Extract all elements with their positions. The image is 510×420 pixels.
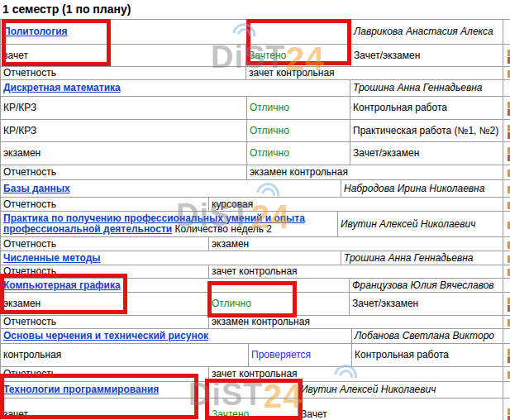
subject-block: Практика по получению профессиональных у… — [0, 211, 510, 251]
assessment-type: экзамен — [1, 293, 209, 316]
assessment-type: зачет — [1, 45, 246, 67]
report-value: зачет контрольная — [246, 67, 503, 80]
grade-value: Отлично — [209, 293, 350, 316]
work-type: Практическая работа (№1, №2) — [350, 120, 503, 142]
grade-value: Отлично — [247, 142, 350, 165]
report-label: Отчетность — [1, 367, 209, 382]
gradebook-semester-page: 1 семестр (1 по плану) Политология Лаври… — [0, 0, 510, 420]
grade-row: экзамен Отлично Зачет/экзамен — [1, 293, 510, 316]
subject-link[interactable]: Политология — [3, 26, 68, 37]
grade-row: КР/КРЗ Отлично Практическая работа (№1, … — [1, 120, 510, 142]
edge-clipped-cell — [503, 20, 510, 45]
report-label: Отчетность — [1, 67, 246, 80]
subject-link[interactable]: Технологии программирования — [3, 384, 159, 395]
teacher-name: Лаврикова Анастасия Алекса — [351, 20, 503, 45]
assessment-type: зачет — [1, 399, 209, 420]
subject-block: Основы черчения и технический рисунок Ло… — [0, 328, 510, 382]
report-label: Отчетность — [1, 265, 209, 279]
work-type: Зачет/экзамен — [350, 142, 503, 165]
subject-link[interactable]: Компьютерная графика — [3, 279, 121, 291]
work-type: Зачет — [298, 399, 503, 420]
subject-link[interactable]: Численные методы — [3, 252, 101, 264]
grade-row: контрольная Проверяется Контрольная рабо… — [1, 344, 510, 367]
subject-row: Численные методы Трошина Анна Геннадьевн… — [1, 251, 510, 265]
subject-row: Дискретная математика Трошина Анна Генна… — [1, 80, 510, 97]
work-type: Зачет/экзамен — [351, 45, 503, 67]
grade-value: Отлично — [247, 97, 350, 120]
report-value: зачет контрольная — [209, 367, 503, 382]
teacher-name: Лобанова Светлана Викторо — [352, 329, 503, 344]
subject-block: Компьютерная графика Французова Юлия Вяч… — [0, 278, 510, 329]
edge-clipped-cell — [503, 80, 510, 97]
edge-clipped-cell — [503, 120, 510, 142]
subject-row: Базы данных Набродова Ирина Николаевна — [1, 180, 510, 198]
teacher-name: Ивутин Алексей Николаевич — [338, 212, 503, 237]
report-row: Отчетность зачет контрольная — [1, 265, 510, 279]
report-row: Отчетность экзамен контрольная — [1, 165, 510, 180]
subject-block: Дискретная математика Трошина Анна Генна… — [0, 79, 510, 180]
teacher-name: Ивутин Алексей Николаевич — [298, 382, 503, 399]
assessment-type: экзамен — [1, 142, 247, 165]
edge-clipped-cell — [503, 212, 510, 237]
subject-block: Базы данных Набродова Ирина Николаевна О… — [0, 179, 510, 212]
report-row: Отчетность экзамен контрольная — [1, 316, 510, 329]
subject-link[interactable]: Основы черчения и технический рисунок — [3, 330, 208, 341]
edge-clipped-cell — [503, 329, 510, 344]
subject-row: Политология Лаврикова Анастасия Алекса — [1, 20, 510, 45]
subject-block: Политология Лаврикова Анастасия Алекса з… — [0, 19, 510, 80]
grade-row: зачет Зачтено Зачет/экзамен — [1, 45, 510, 67]
edge-clipped-cell — [503, 180, 510, 198]
edge-clipped-cell — [503, 344, 510, 367]
grade-row: КР/КРЗ Отлично Контрольная работа — [1, 97, 510, 120]
work-type: Контрольная работа — [352, 344, 503, 367]
edge-clipped-cell — [503, 279, 510, 293]
edge-clipped-cell — [503, 198, 510, 212]
subject-link[interactable]: Базы данных — [3, 183, 70, 194]
report-row: Отчетность зачет контрольная — [1, 367, 510, 382]
teacher-name: Трошина Анна Геннадьевна — [350, 80, 503, 97]
edge-clipped-cell — [503, 67, 510, 80]
edge-clipped-cell — [503, 237, 510, 251]
edge-clipped-cell — [503, 45, 510, 67]
subject-block: Технологии программирования Ивутин Алекс… — [0, 381, 510, 420]
report-label: Отчетность — [1, 165, 247, 180]
grade-row: зачет Зачтено Зачет — [1, 399, 510, 420]
subject-row: Основы черчения и технический рисунок Ло… — [1, 329, 510, 344]
subject-row: Компьютерная графика Французова Юлия Вяч… — [1, 279, 510, 293]
teacher-name: Набродова Ирина Николаевна — [341, 180, 503, 198]
report-value: курсовая — [209, 198, 503, 212]
edge-clipped-cell — [503, 382, 510, 399]
report-row: Отчетность зачет контрольная — [1, 67, 510, 80]
subject-block: Численные методы Трошина Анна Геннадьевн… — [0, 251, 510, 279]
edge-clipped-cell — [503, 251, 510, 265]
edge-clipped-cell — [503, 367, 510, 382]
report-row: Отчетность курсовая — [1, 198, 510, 212]
assessment-type: КР/КРЗ — [1, 120, 247, 142]
subject-row: Практика по получению профессиональных у… — [1, 212, 510, 237]
work-type: Зачет/экзамен — [350, 293, 503, 316]
edge-clipped-cell — [503, 165, 510, 180]
assessment-type: КР/КРЗ — [1, 97, 247, 120]
work-type: Контрольная работа — [350, 97, 503, 120]
report-label: Отчетность — [1, 198, 209, 212]
subject-row: Технологии программирования Ивутин Алекс… — [1, 382, 510, 399]
subject-note: Количество недель 2 — [175, 223, 272, 235]
report-value: экзамен контрольная — [209, 316, 503, 329]
grade-value: Зачтено — [246, 45, 351, 67]
grade-row: экзамен Отлично Зачет/экзамен — [1, 142, 510, 165]
grade-value: Проверяется — [249, 344, 352, 367]
grade-value: Отлично — [247, 120, 350, 142]
edge-clipped-cell — [503, 265, 510, 279]
report-row: Отчетность экзамен — [1, 237, 510, 251]
report-label: Отчетность — [1, 316, 209, 329]
grade-value: Зачтено — [209, 399, 298, 420]
teacher-name: Французова Юлия Вячеславов — [350, 279, 503, 293]
subject-link[interactable]: Дискретная математика — [3, 82, 121, 93]
edge-clipped-cell — [503, 97, 510, 120]
edge-clipped-cell — [503, 293, 510, 316]
edge-clipped-cell — [503, 399, 510, 420]
report-value: экзамен контрольная — [247, 165, 503, 180]
report-value: экзамен — [209, 237, 503, 251]
teacher-name: Трошина Анна Геннадьевна — [341, 251, 503, 265]
semester-title: 1 семестр (1 по плану) — [0, 0, 510, 19]
